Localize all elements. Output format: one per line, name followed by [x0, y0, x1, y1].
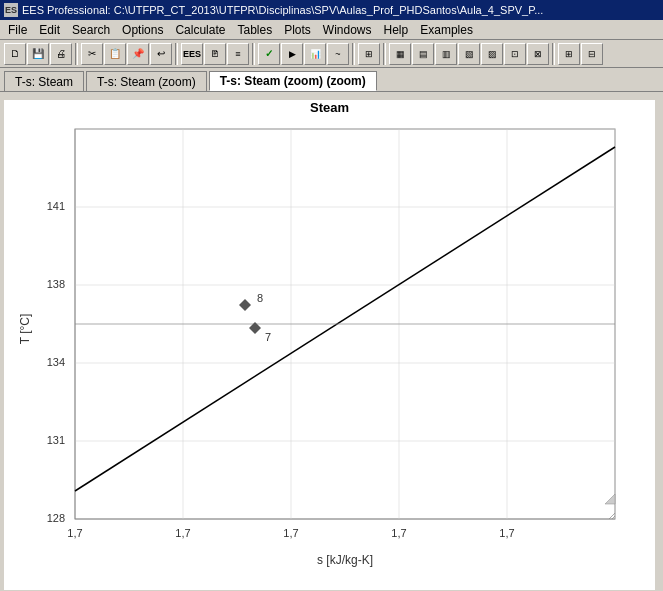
toolbar-b13[interactable]: ⊠: [527, 43, 549, 65]
app-icon: ES: [4, 3, 18, 17]
menu-file[interactable]: File: [2, 21, 33, 39]
y-axis-label: T [°C]: [18, 314, 32, 345]
menu-bar: File Edit Search Options Calculate Table…: [0, 20, 663, 40]
toolbar-print[interactable]: 🖨: [50, 43, 72, 65]
y-tick-134: 134: [46, 356, 64, 368]
toolbar-undo[interactable]: ↩: [150, 43, 172, 65]
tab-steam-zoom-zoom[interactable]: T-s: Steam (zoom) (zoom): [209, 71, 377, 91]
toolbar-b2[interactable]: 🖹: [204, 43, 226, 65]
toolbar-b7[interactable]: ▦: [389, 43, 411, 65]
chart-svg: 8 7 128 131 134 138 141 1,7 1,7 1,7 1,7 …: [15, 119, 645, 569]
x-tick-2: 1,7: [175, 527, 190, 539]
point-7-label: 7: [265, 331, 271, 343]
toolbar-b5[interactable]: ~: [327, 43, 349, 65]
toolbar-b6[interactable]: ⊞: [358, 43, 380, 65]
tab-steam-zoom[interactable]: T-s: Steam (zoom): [86, 71, 207, 91]
toolbar-calc[interactable]: ▶: [281, 43, 303, 65]
menu-options[interactable]: Options: [116, 21, 169, 39]
toolbar-sep2: [175, 43, 178, 65]
toolbar-check[interactable]: ✓: [258, 43, 280, 65]
point-8-label: 8: [257, 292, 263, 304]
x-tick-4: 1,7: [391, 527, 406, 539]
x-tick-1: 1,7: [67, 527, 82, 539]
toolbar: 🗋 💾 🖨 ✂ 📋 📌 ↩ EES 🖹 ≡ ✓ ▶ 📊 ~ ⊞ ▦ ▤ ▥ ▧ …: [0, 40, 663, 68]
menu-examples[interactable]: Examples: [414, 21, 479, 39]
x-axis-label: s [kJ/kg-K]: [316, 553, 372, 567]
toolbar-paste[interactable]: 📌: [127, 43, 149, 65]
menu-windows[interactable]: Windows: [317, 21, 378, 39]
tab-steam[interactable]: T-s: Steam: [4, 71, 84, 91]
y-tick-128: 128: [46, 512, 64, 524]
toolbar-b9[interactable]: ▥: [435, 43, 457, 65]
toolbar-b11[interactable]: ▨: [481, 43, 503, 65]
toolbar-new[interactable]: 🗋: [4, 43, 26, 65]
title-bar: ES EES Professional: C:\UTFPR_CT_2013\UT…: [0, 0, 663, 20]
toolbar-sep5: [383, 43, 386, 65]
chart-title: Steam: [4, 100, 655, 115]
title-bar-text: EES Professional: C:\UTFPR_CT_2013\UTFPR…: [22, 4, 543, 16]
toolbar-sep1: [75, 43, 78, 65]
toolbar-save[interactable]: 💾: [27, 43, 49, 65]
toolbar-sep4: [352, 43, 355, 65]
menu-plots[interactable]: Plots: [278, 21, 317, 39]
toolbar-copy[interactable]: 📋: [104, 43, 126, 65]
toolbar-b15[interactable]: ⊟: [581, 43, 603, 65]
x-tick-3: 1,7: [283, 527, 298, 539]
menu-search[interactable]: Search: [66, 21, 116, 39]
menu-help[interactable]: Help: [378, 21, 415, 39]
toolbar-b4[interactable]: 📊: [304, 43, 326, 65]
toolbar-cut[interactable]: ✂: [81, 43, 103, 65]
toolbar-sep3: [252, 43, 255, 65]
toolbar-b10[interactable]: ▧: [458, 43, 480, 65]
x-tick-5: 1,7: [499, 527, 514, 539]
toolbar-b14[interactable]: ⊞: [558, 43, 580, 65]
menu-calculate[interactable]: Calculate: [169, 21, 231, 39]
toolbar-b8[interactable]: ▤: [412, 43, 434, 65]
toolbar-sep6: [552, 43, 555, 65]
chart-container: Steam 8 7 128 131 134 138 141: [4, 100, 655, 590]
toolbar-b1[interactable]: EES: [181, 43, 203, 65]
toolbar-b3[interactable]: ≡: [227, 43, 249, 65]
toolbar-b12[interactable]: ⊡: [504, 43, 526, 65]
y-tick-141: 141: [46, 200, 64, 212]
menu-tables[interactable]: Tables: [231, 21, 278, 39]
menu-edit[interactable]: Edit: [33, 21, 66, 39]
tabs-bar: T-s: Steam T-s: Steam (zoom) T-s: Steam …: [0, 68, 663, 92]
y-tick-131: 131: [46, 434, 64, 446]
y-tick-138: 138: [46, 278, 64, 290]
